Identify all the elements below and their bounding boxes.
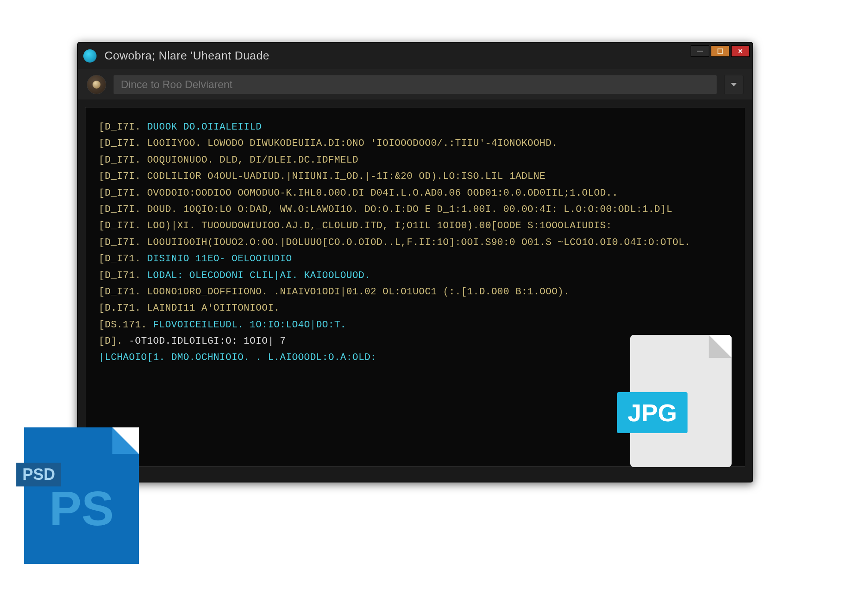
log-line: [D_I7I. OVODOIO:OODIOO OOMODUO-K.IHL0.O0… [99,185,732,201]
log-line: [D.I71. LAINDI11 A'OIITONIOOI. [99,300,732,316]
globe-icon[interactable] [87,75,106,94]
file-fold-icon [112,427,139,454]
file-fold-icon [709,335,732,358]
close-button[interactable]: ✕ [731,45,750,57]
log-line: [D_I7I. LOOIIYOO. LOWODO DIWUKODEUIIA.DI… [99,135,732,152]
jpg-label: JPG [617,392,688,433]
psd-big-label: PS [49,480,114,536]
psd-file-icon: PSD PS [24,427,139,564]
log-line: [D_I7I. CODLILIOR O4OUL-UADIUD.|NIIUNI.I… [99,168,732,185]
jpg-file-icon: JPG [630,335,732,467]
app-icon [83,49,97,63]
log-line: [D_I7I. OOQUIONUOO. DLD, DI/DLEI.DC.IDFM… [99,152,732,168]
log-line: [D_I71. DISINIO 11EO- OELOOIUDIO [99,251,732,267]
window-controls: ✕ [691,45,750,57]
log-line: [D_I7I. DOUD. 1OQIO:LO O:DAD, WW.O:LAWOI… [99,201,732,218]
window-title: Cowobra; Nlare 'Uheant Duade [104,49,270,63]
toolbar [78,69,752,100]
log-line: [D_I71. LOONO1ORO_DOFFIIONO. .NIAIVO1ODI… [99,284,732,300]
log-line: [D_I7I. LOO)|XI. TUOOUDOWIUIOO.AJ.D,_CLO… [99,218,732,234]
dropdown-button[interactable] [724,75,743,94]
search-input[interactable] [113,75,717,94]
log-line: [DS.171. FLOVOICEILEUDL. 1O:IO:LO4O|DO:T… [99,317,732,333]
titlebar: Cowobra; Nlare 'Uheant Duade ✕ [78,43,752,69]
maximize-button[interactable] [711,45,729,57]
minimize-button[interactable] [691,45,709,57]
log-line: [D_I7I. LOOUIIOOIH(IOUO2.O:OO.|DOLUUO[CO… [99,234,732,251]
log-line: [D_I7I. DUOOK DO.OIIALEIILD [99,119,732,135]
log-line: [D_I71. LODAL: OLECODONI CLIL|AI. KAIOOL… [99,267,732,284]
